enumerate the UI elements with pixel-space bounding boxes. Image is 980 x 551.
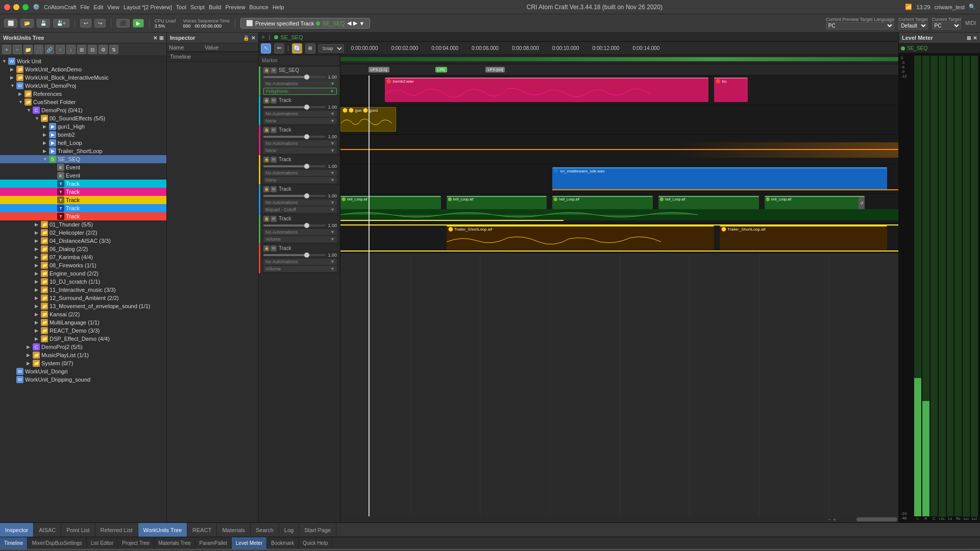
current-target-select[interactable]: Default xyxy=(898,22,927,30)
automation-dropdown-5[interactable]: ▼ xyxy=(330,230,335,235)
tab-search[interactable]: Search xyxy=(251,523,279,537)
track5-mute-icon[interactable]: M xyxy=(271,216,277,222)
tree-item-hell-loop[interactable]: ▶ ▶ hell_Loop xyxy=(0,139,166,147)
search-icon[interactable]: 🔍 xyxy=(969,4,976,10)
toolbar-save[interactable]: 💾 xyxy=(37,19,50,28)
tool-settings[interactable]: ⚙ xyxy=(99,45,108,54)
preview-nav-prev[interactable]: ◀ xyxy=(347,20,351,27)
tree-item-track-3[interactable]: T Track xyxy=(0,196,166,204)
toolbar-redo[interactable]: ↪ xyxy=(94,19,106,28)
track6-mute-icon[interactable]: M xyxy=(271,245,277,252)
clip-trailer1[interactable]: 🟡 Trailer_ShortLoop.aif xyxy=(447,226,715,250)
tab-work-units-tree[interactable]: WorkUnits Tree xyxy=(138,523,188,537)
panel-expand-icon[interactable]: ⊞ xyxy=(159,35,163,41)
tree-item-dialog[interactable]: ▶ 📁 06_Dialog (2/2) xyxy=(0,245,166,253)
track6-volume-slider[interactable]: 1.00 xyxy=(263,253,337,258)
track1-lock-icon[interactable]: 🔒 xyxy=(263,97,270,104)
clip-hell2[interactable]: 🟢 hell_Loop.aif xyxy=(447,196,547,209)
target-pc-select[interactable]: PC xyxy=(932,22,961,30)
vol-knob2[interactable] xyxy=(304,134,309,139)
clip-trailer2[interactable]: 🟡 Trailer_ShortLoop.aif xyxy=(720,226,887,250)
tree-item-dripping[interactable]: W WorkUnit_Dripping_sound xyxy=(0,375,166,384)
tab-log[interactable]: Log xyxy=(279,523,299,537)
menu-preview[interactable]: Preview xyxy=(225,4,245,10)
tree-item-track-2[interactable]: T Track xyxy=(0,188,166,196)
track3-volume-slider[interactable]: 1.00 xyxy=(263,164,337,169)
tool-sort[interactable]: ⇅ xyxy=(109,45,118,54)
track4-mute-icon[interactable]: M xyxy=(271,186,277,192)
tool-loop[interactable]: 🔄 xyxy=(292,43,302,54)
track2-lock-icon[interactable]: 🔒 xyxy=(263,127,270,133)
track1-mute-icon[interactable]: M xyxy=(271,97,277,104)
track5-lock-icon[interactable]: 🔒 xyxy=(263,216,270,222)
tool-expand[interactable]: ⊞ xyxy=(77,45,86,54)
tab-point-list[interactable]: Point List xyxy=(61,523,95,537)
tool-folder[interactable]: 📁 xyxy=(23,45,33,54)
track-lanes[interactable]: 🔴 bomb2.wav 🔴 bo xyxy=(340,76,898,516)
tree-item-demoproj-unit[interactable]: ▼ W WorkUnit_DemoProj xyxy=(0,82,166,90)
tree-item-gun1[interactable]: ▶ ▶ gun1_High xyxy=(0,122,166,131)
toolbar-open[interactable]: 📂 xyxy=(20,19,34,28)
track2-mute-icon[interactable]: M xyxy=(271,127,277,133)
tab2-mixer[interactable]: Mixer/DspBusSettings xyxy=(28,537,86,549)
automation-dropdown-4[interactable]: ▼ xyxy=(330,200,335,205)
tab2-level-meter[interactable]: Level Meter xyxy=(232,537,267,549)
clip-cri-middleware[interactable]: 🔵 cri_middleware_sdk.wav xyxy=(552,167,887,190)
tree-item-se-seq[interactable]: ▼ S SE_SEQ xyxy=(0,155,166,163)
tool-ref[interactable]: 🔗 xyxy=(45,45,54,54)
tree-item-engine-sound[interactable]: ▶ 📁 Engine_sound (2/2) xyxy=(0,269,166,278)
tab-aisac[interactable]: AISAC xyxy=(34,523,61,537)
vol-knob5[interactable] xyxy=(304,223,309,228)
toolbar-play[interactable]: ▶ xyxy=(133,19,144,28)
tree-item-sound-effects[interactable]: ▼ 📁 00_SoundEffects (5/5) xyxy=(0,114,166,122)
tool-move-down[interactable]: ↓ xyxy=(66,45,76,54)
automation-dropdown-6[interactable]: ▼ xyxy=(330,259,335,264)
tree-item-demoproj[interactable]: ▼ C DemoProj (0/41) xyxy=(0,106,166,114)
track4-volume-slider[interactable]: 1.00 xyxy=(263,193,337,198)
toolbar-save-all[interactable]: 💾+ xyxy=(53,19,69,28)
filter-dropdown-1[interactable]: ▼ xyxy=(330,118,335,123)
filter-dropdown-4[interactable]: ▼ xyxy=(330,207,335,212)
minimize-button[interactable] xyxy=(13,4,19,10)
menu-layout[interactable]: Layout *[2 Preview] xyxy=(124,4,172,10)
clip-bomb2[interactable]: 🔴 bomb2.wav xyxy=(385,78,708,102)
track-mute-icon[interactable]: M xyxy=(271,67,277,73)
tree-item-work-unit[interactable]: ▼ W Work Unit xyxy=(0,57,166,65)
menu-script[interactable]: Script xyxy=(190,4,205,10)
vol-knob1[interactable] xyxy=(304,105,309,110)
menu-criatomcraft[interactable]: CriAtomCraft xyxy=(44,4,77,10)
vol-knob4[interactable] xyxy=(304,193,309,198)
level-meter-close-icon[interactable]: ✕ xyxy=(973,35,977,41)
clip-bomb2-stub[interactable]: 🔴 bo xyxy=(714,78,748,102)
tree-item-helicopter[interactable]: ▶ 📁 02_Helicopter (2/2) xyxy=(0,229,166,237)
tab-referred-list[interactable]: Referred List xyxy=(95,523,138,537)
automation-dropdown-2[interactable]: ▼ xyxy=(330,141,335,146)
inspector-lock-icon[interactable]: 🔒 xyxy=(243,35,249,41)
tab2-bookmark[interactable]: Bookmark xyxy=(267,537,299,549)
polyphonic-dropdown[interactable]: ▼ xyxy=(330,89,334,94)
tree-item-multilanguage[interactable]: ▶ 📁 MultiLanguage (1/1) xyxy=(0,318,166,327)
tree-item-distance[interactable]: ▶ 📁 04_DistanceAISAC (3/3) xyxy=(0,237,166,245)
track6-lock-icon[interactable]: 🔒 xyxy=(263,245,270,252)
tab-start-page[interactable]: Start Page xyxy=(299,523,336,537)
filter-dropdown-6[interactable]: ▼ xyxy=(330,266,335,271)
tree-item-dsp-effect[interactable]: ▶ 📁 DSP_Effect_Demo (4/4) xyxy=(0,335,166,343)
tool-select[interactable]: ↖ xyxy=(261,43,271,54)
panel-close-icon[interactable]: ✕ xyxy=(153,35,157,41)
track5-volume-slider[interactable]: 1.00 xyxy=(263,223,337,228)
tree-item-bomb2[interactable]: ▶ ▶ bomb2 xyxy=(0,131,166,139)
tree-item-system[interactable]: ▶ 📁 System (0/7) xyxy=(0,359,166,367)
tab-inspector[interactable]: Inspector xyxy=(0,523,34,537)
tool-seq[interactable]: 🎵 xyxy=(34,45,43,54)
close-button[interactable] xyxy=(4,4,10,10)
tree-item-kansai[interactable]: ▶ 📁 Kansai (2/2) xyxy=(0,310,166,318)
vol-knob3[interactable] xyxy=(304,164,309,169)
tree-item-thunder[interactable]: ▶ 📁 01_Thunder (5/5) xyxy=(0,220,166,229)
tree-item-interactive-music[interactable]: ▶ 📁 11_Interactive_music (3/3) xyxy=(0,286,166,294)
tool-move-up[interactable]: ↑ xyxy=(56,45,65,54)
timeline-scrollbar-h[interactable]: − + xyxy=(340,516,898,522)
track-lock-icon[interactable]: 🔒 xyxy=(263,67,270,73)
clip-hell1[interactable]: 🟢 hell_Loop.aif xyxy=(340,196,441,209)
tree-item-action-demo[interactable]: ▶ 📁 WorkUnit_ActionDemo xyxy=(0,65,166,73)
tab-materials[interactable]: Materials xyxy=(217,523,251,537)
